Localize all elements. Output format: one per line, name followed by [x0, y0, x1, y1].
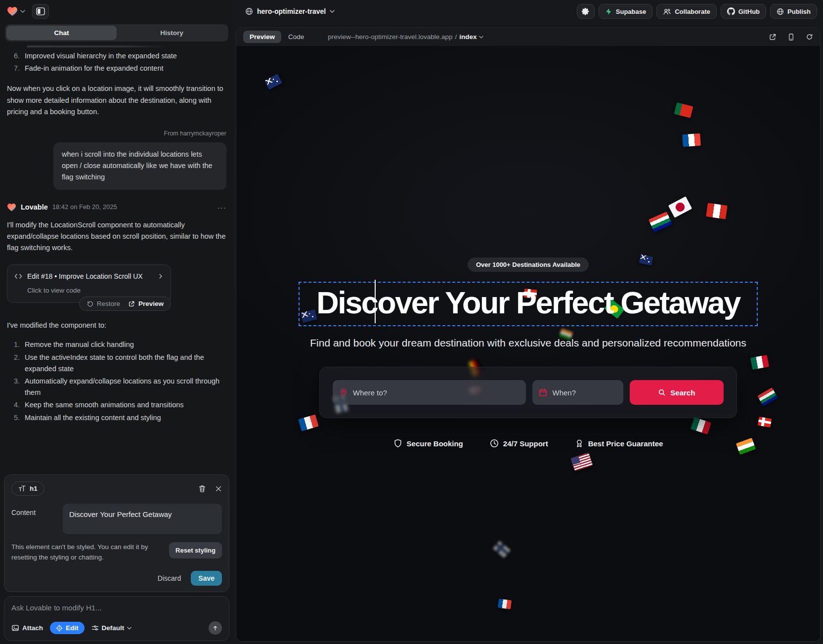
- preview-url[interactable]: preview--hero-optimizer-travel.lovable.a…: [328, 33, 483, 41]
- settings-button[interactable]: [577, 4, 595, 19]
- preview-button[interactable]: Preview: [128, 300, 164, 307]
- south-africa-flag: [649, 212, 672, 232]
- chat-composer: Attach Edit Default: [4, 596, 229, 641]
- image-icon: [11, 624, 19, 632]
- chevron-down-icon: [127, 627, 131, 630]
- gear-icon: [582, 7, 590, 15]
- people-icon: [663, 8, 671, 15]
- refresh-icon: [806, 33, 813, 41]
- where-input[interactable]: [333, 380, 526, 405]
- mobile-device-icon: [787, 33, 795, 41]
- preview-controls: [769, 33, 813, 41]
- send-button[interactable]: [209, 621, 222, 635]
- open-in-new-tab-button[interactable]: [769, 33, 777, 41]
- preview-panel: Preview Code preview--hero-optimizer-tra…: [236, 27, 821, 642]
- arrow-up-icon: [212, 625, 218, 631]
- list-item: 5.Maintain all the existing content and …: [10, 412, 226, 424]
- chat-history-tabs: Chat History: [5, 24, 228, 42]
- shield-icon: [393, 439, 402, 448]
- chat-scroll-area[interactable]: 6.Improved visual hierarchy in the expan…: [0, 43, 233, 472]
- list-item: 4.Keep the same smooth animations and tr…: [10, 399, 226, 411]
- element-tag-label: h1: [30, 485, 38, 492]
- features-row: Secure Booking 24/7 Support Best Price G…: [393, 439, 663, 448]
- lovable-logo-menu[interactable]: [7, 6, 25, 16]
- restore-icon: [87, 301, 93, 307]
- toggle-sidebar-button[interactable]: [32, 4, 49, 19]
- mobile-view-button[interactable]: [787, 33, 795, 41]
- project-switcher[interactable]: hero-optimizer-travel: [245, 7, 335, 15]
- tab-preview[interactable]: Preview: [243, 31, 281, 43]
- supabase-button[interactable]: Supabase: [599, 4, 652, 19]
- edit-mode-button[interactable]: Edit: [50, 622, 85, 634]
- where-field: [333, 380, 526, 405]
- url-page: index: [459, 33, 476, 41]
- when-field: [532, 380, 623, 405]
- reset-styling-button[interactable]: Reset styling: [169, 542, 222, 558]
- edit-card-actions: Restore Preview: [79, 297, 171, 311]
- refresh-button[interactable]: [806, 33, 813, 41]
- chat-input[interactable]: [11, 603, 222, 612]
- target-icon: [56, 625, 63, 632]
- map-pin-icon: [339, 388, 348, 397]
- url-separator: /: [455, 33, 457, 41]
- sidebar-header: [0, 0, 233, 23]
- chevron-right-icon: [158, 273, 164, 279]
- globe-icon: [777, 8, 784, 15]
- usa-flag: [571, 453, 593, 471]
- trash-icon: [198, 485, 206, 493]
- clock-icon: [490, 439, 499, 448]
- editor-actions: Discard Save: [11, 571, 222, 586]
- delete-element-button[interactable]: [198, 485, 206, 493]
- sidebar-toggle-icon: [36, 7, 45, 15]
- assistant-name: Lovable: [21, 202, 48, 213]
- hero-subtitle: Find and book your dream destination wit…: [310, 337, 746, 349]
- lovable-heart-icon: [7, 203, 16, 212]
- assistant-numbered-list-bottom: 1.Remove the manual click handling 2.Use…: [7, 339, 226, 423]
- close-panel-button[interactable]: [215, 485, 222, 492]
- france-flag: [682, 133, 701, 147]
- message-menu-button[interactable]: ···: [217, 204, 226, 211]
- clipped-text-line: [27, 45, 168, 47]
- search-icon: [658, 388, 666, 396]
- feature-secure-booking: Secure Booking: [393, 439, 463, 448]
- collaborate-button[interactable]: Collaborate: [656, 4, 717, 19]
- japan-flag: [668, 196, 692, 218]
- github-button[interactable]: GitHub: [721, 4, 766, 19]
- model-default-button[interactable]: Default: [91, 624, 132, 632]
- chevron-down-icon: [20, 10, 25, 13]
- url-domain: preview--hero-optimizer-travel.lovable.a…: [328, 33, 452, 41]
- restore-button[interactable]: Restore: [87, 300, 120, 307]
- discard-button[interactable]: Discard: [158, 574, 181, 582]
- hero-section: Over 1000+ Destinations Available Discov…: [236, 258, 820, 448]
- editor-panel-header: h1: [11, 481, 222, 496]
- element-editor-panel: h1 Content Discover Your Perfect Getaway…: [4, 474, 229, 592]
- project-name: hero-optimizer-travel: [257, 7, 326, 15]
- tab-code[interactable]: Code: [288, 33, 304, 41]
- hero-heading[interactable]: Discover Your Perfect Getaway: [316, 285, 740, 320]
- preview-viewport: Over 1000+ Destinations Available Discov…: [236, 46, 820, 641]
- edit-card-wrap: Edit #18 • Improve Location Scroll UX Cl…: [7, 264, 226, 303]
- content-input[interactable]: Discover Your Perfect Getaway: [63, 504, 222, 534]
- chevron-down-icon: [479, 36, 483, 39]
- selected-element-outline[interactable]: Discover Your Perfect Getaway: [300, 283, 757, 325]
- user-attribution: From harrymckayroper: [7, 129, 226, 138]
- award-icon: [575, 439, 584, 448]
- finland-flag-blur: [493, 541, 511, 558]
- styling-note: This element can't be styled. You can ed…: [11, 542, 160, 563]
- edit-card-title: Edit #18 • Improve Location Scroll UX: [27, 271, 153, 282]
- search-button[interactable]: Search: [630, 380, 724, 405]
- save-button[interactable]: Save: [191, 571, 222, 586]
- assistant-paragraph: I've modified the component to:: [7, 320, 226, 331]
- tab-history[interactable]: History: [117, 26, 227, 40]
- text-type-icon: [18, 485, 26, 492]
- publish-button[interactable]: Publish: [770, 4, 817, 19]
- editor-panel-icons: [198, 485, 222, 493]
- portugal-flag: [674, 102, 693, 118]
- attach-button[interactable]: Attach: [11, 624, 43, 632]
- external-link-icon: [769, 33, 777, 41]
- editor-note-row: This element can't be styled. You can ed…: [11, 542, 222, 563]
- composer-toolbar: Attach Edit Default: [11, 621, 222, 635]
- code-icon: [14, 272, 22, 280]
- tab-chat[interactable]: Chat: [6, 26, 117, 40]
- element-tag-chip[interactable]: h1: [11, 481, 44, 496]
